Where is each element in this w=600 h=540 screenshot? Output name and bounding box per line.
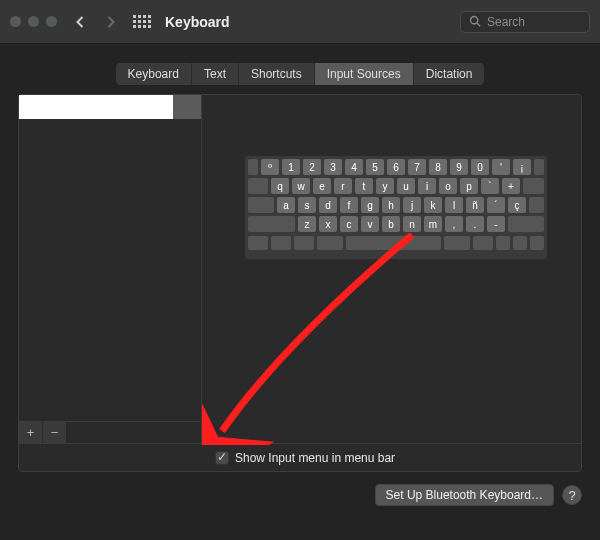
key: w: [292, 178, 310, 194]
key: r: [334, 178, 352, 194]
key: 6: [387, 159, 405, 175]
key: h: [382, 197, 400, 213]
key: º: [261, 159, 279, 175]
add-source-button[interactable]: +: [19, 422, 43, 443]
add-remove-bar: + −: [19, 421, 201, 443]
key: n: [403, 216, 421, 232]
search-icon: [469, 13, 481, 31]
key: t: [355, 178, 373, 194]
key: [248, 216, 295, 232]
show-input-menu-checkbox[interactable]: [215, 451, 229, 465]
window-controls: [10, 16, 57, 27]
window-title: Keyboard: [165, 14, 230, 30]
key: ç: [508, 197, 526, 213]
key: q: [271, 178, 289, 194]
key: ´: [487, 197, 505, 213]
tab-input-sources[interactable]: Input Sources: [315, 63, 414, 85]
key: e: [313, 178, 331, 194]
remove-source-button[interactable]: −: [43, 422, 67, 443]
tab-keyboard[interactable]: Keyboard: [116, 63, 192, 85]
source-item[interactable]: [19, 95, 201, 119]
key: z: [298, 216, 316, 232]
key: -: [487, 216, 505, 232]
annotation-arrow: [202, 95, 582, 445]
source-flag: [173, 95, 201, 119]
key: 4: [345, 159, 363, 175]
key: k: [424, 197, 442, 213]
key: g: [361, 197, 379, 213]
key: [248, 178, 268, 194]
key: [248, 159, 258, 175]
key: [248, 197, 274, 213]
key: [534, 159, 544, 175]
key: y: [376, 178, 394, 194]
search-field[interactable]: [460, 11, 590, 33]
key: 5: [366, 159, 384, 175]
key: ñ: [466, 197, 484, 213]
bottom-buttons: Set Up Bluetooth Keyboard… ?: [0, 472, 600, 506]
panel-footer: Show Input menu in menu bar: [19, 443, 581, 471]
minimize-window-button[interactable]: [28, 16, 39, 27]
show-input-menu-label: Show Input menu in menu bar: [235, 451, 395, 465]
key: [529, 197, 544, 213]
key: m: [424, 216, 442, 232]
sources-sidebar: + −: [19, 95, 202, 443]
show-all-icon[interactable]: [133, 15, 151, 28]
key: d: [319, 197, 337, 213]
key: b: [382, 216, 400, 232]
key: [523, 178, 544, 194]
sources-list[interactable]: [19, 95, 201, 421]
titlebar: Keyboard: [0, 0, 600, 44]
key: +: [502, 178, 520, 194]
close-window-button[interactable]: [10, 16, 21, 27]
key: p: [460, 178, 478, 194]
key: f: [340, 197, 358, 213]
key: s: [298, 197, 316, 213]
back-button[interactable]: [69, 11, 91, 33]
key: 8: [429, 159, 447, 175]
source-name: [19, 95, 173, 119]
search-input[interactable]: [487, 15, 581, 29]
tab-shortcuts[interactable]: Shortcuts: [239, 63, 315, 85]
input-sources-panel: + − º 1 2 3 4 5 6 7 8 9 0 ': [18, 94, 582, 472]
key: ': [492, 159, 510, 175]
key: .: [466, 216, 484, 232]
key: v: [361, 216, 379, 232]
key: 7: [408, 159, 426, 175]
zoom-window-button[interactable]: [46, 16, 57, 27]
keyboard-preview: º 1 2 3 4 5 6 7 8 9 0 ' ¡ q: [244, 155, 548, 260]
svg-point-0: [471, 16, 478, 23]
key: a: [277, 197, 295, 213]
bluetooth-keyboard-button[interactable]: Set Up Bluetooth Keyboard…: [375, 484, 554, 506]
key: l: [445, 197, 463, 213]
source-detail-pane: º 1 2 3 4 5 6 7 8 9 0 ' ¡ q: [202, 95, 581, 443]
tab-text[interactable]: Text: [192, 63, 239, 85]
key: u: [397, 178, 415, 194]
key: [508, 216, 544, 232]
key: i: [418, 178, 436, 194]
key: `: [481, 178, 499, 194]
key: 0: [471, 159, 489, 175]
key: 9: [450, 159, 468, 175]
key: x: [319, 216, 337, 232]
key: 1: [282, 159, 300, 175]
key: ¡: [513, 159, 531, 175]
key: 3: [324, 159, 342, 175]
forward-button[interactable]: [99, 11, 121, 33]
key: o: [439, 178, 457, 194]
key: c: [340, 216, 358, 232]
help-button[interactable]: ?: [562, 485, 582, 505]
key: 2: [303, 159, 321, 175]
key: ,: [445, 216, 463, 232]
tab-strip: Keyboard Text Shortcuts Input Sources Di…: [115, 62, 486, 86]
tab-dictation[interactable]: Dictation: [414, 63, 485, 85]
key: j: [403, 197, 421, 213]
